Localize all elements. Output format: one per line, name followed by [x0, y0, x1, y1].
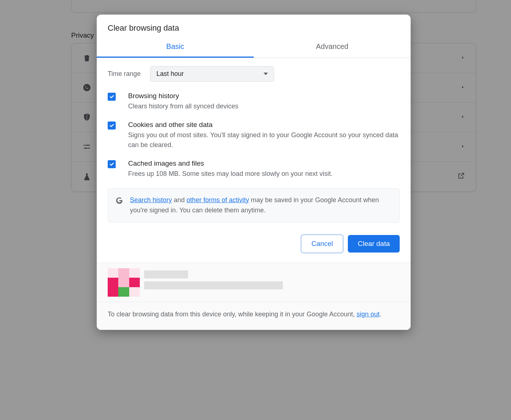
cache-item: Cached images and files Frees up 108 MB.… [108, 159, 400, 179]
time-range-select[interactable]: Last hour [150, 66, 274, 82]
browsing-history-title: Browsing history [128, 92, 400, 100]
clear-browsing-data-dialog: Clear browsing data Basic Advanced Time … [97, 15, 411, 330]
cache-desc: Frees up 108 MB. Some sites may load mor… [128, 169, 400, 179]
cookies-desc: Signs you out of most sites. You'll stay… [128, 130, 400, 150]
tab-basic[interactable]: Basic [97, 36, 254, 58]
cache-checkbox[interactable] [108, 160, 116, 168]
tab-advanced[interactable]: Advanced [254, 36, 411, 58]
time-range-label: Time range [108, 70, 141, 78]
time-range-row: Time range Last hour [108, 66, 400, 82]
cancel-button[interactable]: Cancel [301, 235, 343, 253]
profile-strip [97, 263, 411, 302]
chevron-down-icon [264, 73, 268, 75]
google-g-icon [115, 197, 123, 205]
dialog-title: Clear browsing data [108, 23, 400, 33]
sign-out-link[interactable]: sign out [357, 311, 380, 318]
clear-data-button[interactable]: Clear data [348, 235, 400, 253]
search-history-link[interactable]: Search history [130, 196, 172, 204]
browsing-history-desc: Clears history from all synced devices [128, 101, 400, 111]
dialog-body: Time range Last hour Browsing history Cl… [97, 58, 411, 226]
dialog-actions: Cancel Clear data [97, 226, 411, 263]
profile-blur-text [144, 270, 283, 289]
footer-note: To clear browsing data from this device … [97, 302, 411, 330]
cache-title: Cached images and files [128, 159, 400, 167]
browsing-history-item: Browsing history Clears history from all… [108, 92, 400, 111]
cookies-checkbox[interactable] [108, 122, 116, 130]
dialog-tabs: Basic Advanced [97, 36, 411, 58]
info-text: Search history and other forms of activi… [130, 195, 392, 216]
time-range-value: Last hour [156, 70, 184, 78]
dialog-header: Clear browsing data [97, 15, 411, 36]
cookies-title: Cookies and other site data [128, 121, 400, 129]
browsing-history-checkbox[interactable] [108, 93, 116, 101]
cookies-item: Cookies and other site data Signs you ou… [108, 121, 400, 150]
avatar-pixelated [108, 268, 140, 297]
google-account-info-box: Search history and other forms of activi… [108, 188, 400, 223]
other-activity-link[interactable]: other forms of activity [187, 196, 249, 204]
dialog-footer: To clear browsing data from this device … [97, 263, 411, 330]
